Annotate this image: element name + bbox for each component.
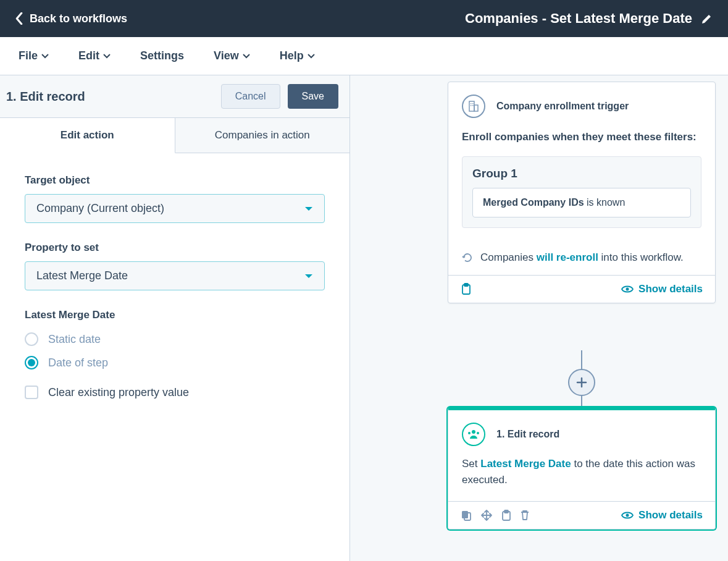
edit-panel: 1. Edit record Cancel Save Edit action C… [0, 75, 350, 561]
svg-rect-2 [471, 103, 472, 104]
checkbox-icon [25, 386, 38, 399]
chevron-down-icon [243, 54, 250, 59]
tab-companies-in-action[interactable]: Companies in action [175, 118, 350, 153]
chevron-down-icon [41, 54, 49, 59]
action-card[interactable]: 1. Edit record Set Latest Merge Date to … [448, 407, 716, 529]
radio-date-of-step[interactable]: Date of step [25, 356, 325, 369]
save-button[interactable]: Save [288, 84, 338, 109]
svg-point-11 [477, 432, 479, 434]
clipboard-icon[interactable] [461, 283, 472, 295]
trash-icon[interactable] [520, 510, 530, 521]
chevron-left-icon [15, 12, 23, 25]
svg-rect-4 [471, 105, 472, 106]
refresh-icon [462, 252, 473, 263]
property-to-set-value: Latest Merge Date [36, 269, 128, 282]
move-icon[interactable] [480, 509, 493, 521]
svg-rect-3 [472, 103, 474, 104]
target-object-select[interactable]: Company (Current object) [25, 194, 325, 223]
cancel-button[interactable]: Cancel [221, 84, 280, 109]
filter-group: Group 1 Merged Company IDs is known [462, 156, 701, 228]
workflow-canvas[interactable]: Company enrollment trigger Enroll compan… [350, 75, 728, 561]
panel-tabs: Edit action Companies in action [0, 118, 349, 153]
target-object-label: Target object [25, 174, 325, 187]
building-icon [462, 95, 485, 118]
eye-icon [621, 511, 634, 520]
radio-static-label: Static date [48, 333, 101, 346]
radio-icon [25, 332, 38, 346]
menu-edit[interactable]: Edit [78, 49, 111, 62]
radio-icon-selected [25, 356, 38, 369]
menu-file-label: File [19, 49, 38, 62]
svg-point-16 [626, 513, 629, 517]
latest-merge-date-section-label: Latest Merge Date [25, 309, 325, 321]
chevron-down-icon [103, 54, 111, 59]
trigger-card[interactable]: Company enrollment trigger Enroll compan… [448, 82, 716, 303]
tab-edit-action[interactable]: Edit action [0, 118, 175, 153]
menu-settings[interactable]: Settings [140, 49, 184, 62]
menu-view[interactable]: View [214, 49, 250, 62]
menu-edit-label: Edit [78, 49, 99, 62]
action-desc-prefix: Set [462, 458, 480, 470]
clipboard-icon[interactable] [501, 510, 511, 521]
target-object-value: Company (Current object) [36, 202, 164, 215]
svg-rect-5 [472, 105, 474, 106]
back-to-workflows-link[interactable]: Back to workflows [15, 12, 127, 25]
svg-rect-12 [462, 511, 468, 518]
reenroll-prefix: Companies [480, 251, 537, 263]
clear-existing-checkbox-row[interactable]: Clear existing property value [25, 386, 325, 399]
radio-static-date[interactable]: Static date [25, 332, 325, 346]
caret-down-icon [304, 206, 313, 212]
chevron-down-icon [308, 54, 315, 59]
reenroll-text: Companies will re-enroll into this workf… [480, 251, 684, 264]
svg-point-8 [626, 287, 629, 290]
panel-header: 1. Edit record Cancel Save [0, 75, 349, 118]
pencil-edit-icon[interactable] [701, 12, 713, 25]
show-details-action[interactable]: Show details [621, 509, 703, 521]
action-description: Set Latest Merge Date to the date this a… [462, 456, 701, 489]
form-area: Target object Company (Current object) P… [0, 153, 349, 430]
menu-settings-label: Settings [140, 49, 184, 62]
property-to-set-select[interactable]: Latest Merge Date [25, 261, 325, 290]
content-area: 1. Edit record Cancel Save Edit action C… [0, 75, 728, 561]
svg-rect-1 [474, 105, 478, 111]
trigger-description: Enroll companies when they meet these fi… [462, 129, 701, 145]
top-bar: Back to workflows Companies - Set Latest… [0, 0, 728, 37]
clear-existing-label: Clear existing property value [48, 386, 189, 399]
radio-step-label: Date of step [48, 356, 108, 369]
menu-help[interactable]: Help [280, 49, 315, 62]
filter-condition: is known [584, 197, 625, 208]
reenroll-suffix: into this workflow. [598, 251, 684, 263]
reenroll-link[interactable]: will re-enroll [537, 251, 598, 263]
menu-file[interactable]: File [19, 49, 49, 62]
svg-rect-0 [469, 101, 474, 111]
title-wrap: Companies - Set Latest Merge Date [465, 11, 713, 27]
svg-point-10 [468, 432, 471, 434]
menu-bar: File Edit Settings View Help [0, 37, 728, 75]
back-label: Back to workflows [30, 12, 127, 25]
action-property-link[interactable]: Latest Merge Date [480, 458, 571, 470]
filter-condition-box[interactable]: Merged Company IDs is known [472, 188, 691, 217]
show-details-label: Show details [638, 509, 703, 521]
menu-help-label: Help [280, 49, 304, 62]
people-icon [462, 423, 485, 446]
menu-view-label: View [214, 49, 239, 62]
action-title: 1. Edit record [496, 429, 559, 440]
show-details-label: Show details [638, 283, 703, 295]
group-title: Group 1 [472, 167, 691, 180]
show-details-trigger[interactable]: Show details [621, 283, 703, 295]
trigger-title: Company enrollment trigger [496, 101, 629, 112]
trigger-footer: Show details [448, 275, 715, 303]
reenroll-row: Companies will re-enroll into this workf… [448, 240, 715, 275]
add-step-button[interactable] [568, 369, 595, 396]
panel-buttons: Cancel Save [221, 84, 338, 109]
copy-icon[interactable] [461, 510, 472, 521]
workflow-title: Companies - Set Latest Merge Date [465, 11, 692, 27]
eye-icon [621, 285, 634, 293]
caret-down-icon [304, 273, 313, 279]
action-footer: Show details [448, 501, 715, 529]
panel-title: 1. Edit record [6, 90, 85, 104]
svg-point-9 [472, 430, 475, 434]
filter-property: Merged Company IDs [483, 197, 584, 208]
action-toolbar [461, 509, 530, 521]
property-to-set-label: Property to set [25, 242, 325, 254]
